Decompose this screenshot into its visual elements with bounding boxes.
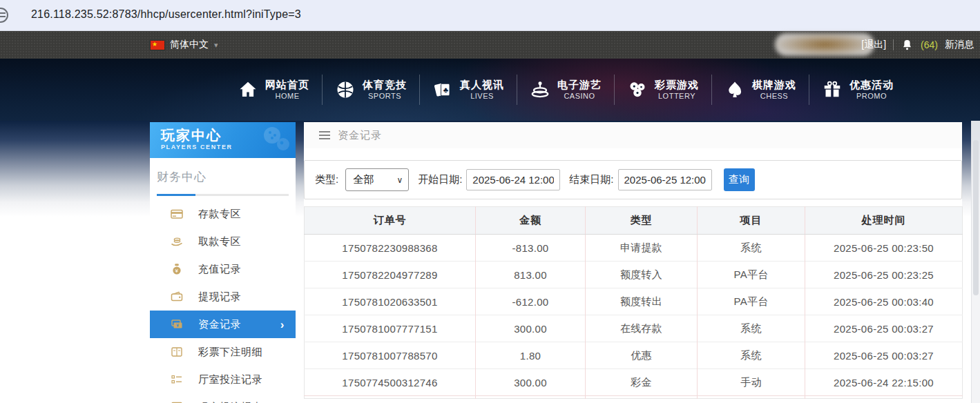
end-date-input[interactable] — [618, 169, 712, 190]
nav-item-sports[interactable]: 体育竞技SPORTS — [323, 59, 419, 121]
sidebar-item-recharge-records[interactable]: ¥ 充值记录 — [150, 255, 296, 283]
site-info-icon[interactable] — [0, 8, 8, 23]
notice-link[interactable]: 新消息 — [945, 39, 974, 51]
project-cell: 系统 — [698, 342, 805, 369]
account-topbar: ★ 简体中文 ▾ [退出] (64) 新消息 — [0, 31, 980, 59]
url-text[interactable]: 216.118.235.52:8783/hhcp/usercenter.html… — [31, 8, 301, 21]
china-flag-icon: ★ — [151, 41, 164, 50]
list-icon — [171, 373, 183, 386]
type-label: 类型: — [315, 173, 338, 186]
sidebar-item-label: 取款专区 — [198, 235, 241, 248]
nav-item-promo[interactable]: 优惠活动PROMO — [809, 59, 906, 121]
breadcrumb: 资金记录 — [304, 122, 962, 148]
nav-item-casino[interactable]: 电子游艺CASINO — [517, 59, 614, 121]
bell-icon[interactable] — [901, 39, 914, 52]
gift-icon — [822, 79, 843, 100]
type-cell: 在线存款 — [586, 315, 698, 342]
sidebar-item-lottery-bet-detail[interactable]: 彩票下注明细 — [150, 338, 296, 366]
sidebar-item-label: 玩家投注报表 — [198, 401, 262, 403]
start-date-input[interactable] — [466, 169, 560, 190]
order-no-cell: 1750782230988368 — [305, 235, 476, 262]
notice-count: (64) — [921, 39, 938, 50]
topbar-right-group: [退出] (64) 新消息 — [861, 31, 974, 59]
type-cell: 申请提款 — [586, 235, 698, 262]
svg-text:¥: ¥ — [176, 323, 179, 328]
playing-cards-icon: ♣ — [432, 79, 453, 100]
order-no-cell: 1750781020633501 — [305, 288, 476, 315]
time-cell: 2025-06-25 00:03:40 — [805, 288, 963, 315]
sidebar-item-withdraw[interactable]: 取款专区 — [150, 228, 296, 255]
spade-icon — [724, 79, 745, 100]
time-cell: 2025-06-24 22:15:00 — [805, 369, 963, 396]
sidebar-item-label: 资金记录 — [198, 318, 241, 331]
sidebar-item-label: 充值记录 — [198, 263, 241, 276]
nav-item-chess[interactable]: 棋牌游戏CHESS — [712, 59, 809, 121]
order-no-cell: 1750781007788570 — [305, 342, 476, 369]
roulette-icon — [530, 79, 550, 100]
sidebar-item-label: 存款专区 — [198, 208, 241, 221]
home-icon — [238, 79, 258, 100]
svg-text:♣: ♣ — [443, 86, 449, 94]
sidebar-item-player-bet-report[interactable]: 玩家投注报表 — [150, 393, 296, 403]
table-row: 1750782204977289 813.00 额度转入 PA平台 2025-0… — [305, 262, 963, 288]
amount-cell: 300.00 — [476, 369, 586, 396]
username-redacted — [775, 33, 874, 56]
header-type: 类型 — [586, 207, 698, 235]
sports-ball-icon — [335, 79, 356, 100]
table-row: 1750774500312746 300.00 彩金 手动 2025-06-24… — [305, 369, 963, 396]
section-underline — [157, 194, 289, 196]
wallet-icon — [171, 291, 183, 303]
header-order-no: 订单号 — [305, 207, 476, 235]
amount-cell: -612.00 — [476, 288, 586, 315]
main-content: 资金记录 类型: 全部 ∨ 开始日期: 结束日期: 查询 订单号 金额 类型 — [304, 122, 962, 403]
page-scrollbar[interactable] — [971, 121, 980, 403]
browser-address-bar[interactable]: 216.118.235.52:8783/hhcp/usercenter.html… — [0, 0, 980, 31]
sidebar-item-withdraw-records[interactable]: 提现记录 — [150, 283, 296, 311]
sidebar-item-deposit[interactable]: 存款专区 — [150, 200, 296, 228]
chevron-down-icon: ▾ — [214, 41, 218, 50]
amount-cell: -813.00 — [476, 235, 586, 262]
sidebar-item-hall-bet-records[interactable]: 厅室投注记录 — [150, 366, 296, 393]
nav-item-lottery[interactable]: 彩票游戏LOTTERY — [615, 59, 711, 121]
divider — [893, 39, 894, 50]
type-select[interactable]: 全部 ∨ — [345, 168, 409, 191]
section-title: 财务中心 — [157, 169, 289, 185]
table-row: 1750781007777151 300.00 在线存款 系统 2025-06-… — [305, 315, 963, 342]
amount-cell: 1.80 — [476, 342, 586, 369]
logout-link[interactable]: [退出] — [861, 39, 886, 51]
funds-cards-icon: ¥ — [171, 318, 183, 331]
language-selector[interactable]: ★ 简体中文 ▾ — [151, 31, 218, 59]
sidebar-item-label: 提现记录 — [198, 291, 241, 304]
page-title: 资金记录 — [338, 129, 382, 142]
type-cell: 优惠 — [586, 342, 698, 369]
main-navigation: 网站首页HOME 体育竞技SPORTS ♣ 真人视讯LIVES — [0, 59, 980, 121]
type-select-value: 全部 — [353, 173, 374, 186]
order-no-cell: 1750774500312746 — [305, 369, 476, 396]
sidebar-section: 财务中心 — [157, 169, 289, 196]
amount-cell: 300.00 — [476, 315, 586, 342]
project-cell: PA平台 — [698, 262, 805, 288]
menu-icon[interactable] — [319, 131, 330, 139]
deposit-card-icon — [171, 208, 183, 220]
table-row-partial — [305, 396, 963, 399]
sidebar-header: 玩家中心 PLAYERS CENTER — [150, 122, 296, 158]
project-cell: 系统 — [698, 235, 805, 262]
filter-bar: 类型: 全部 ∨ 开始日期: 结束日期: 查询 — [304, 160, 962, 199]
nav-items: 网站首页HOME 体育竞技SPORTS ♣ 真人视讯LIVES — [225, 59, 906, 121]
scrollbar-thumb[interactable] — [973, 140, 979, 295]
header-amount: 金额 — [476, 207, 586, 235]
time-cell: 2025-06-25 00:23:25 — [805, 262, 963, 288]
chevron-right-icon: › — [280, 319, 285, 331]
time-cell: 2025-06-25 00:03:27 — [805, 342, 963, 369]
sidebar-item-funds-records[interactable]: ¥ 资金记录 › — [150, 311, 296, 338]
nav-item-lives[interactable]: ♣ 真人视讯LIVES — [420, 59, 517, 121]
end-date-label: 结束日期: — [569, 173, 613, 186]
project-cell: 手动 — [698, 369, 805, 396]
select-caret-icon: ∨ — [396, 175, 403, 185]
table-header-row: 订单号 金额 类型 项目 处理时间 — [305, 207, 963, 235]
order-no-cell: 1750782204977289 — [305, 262, 476, 288]
type-cell: 额度转出 — [586, 288, 698, 315]
search-button[interactable]: 查询 — [724, 168, 755, 191]
time-cell: 2025-06-25 00:23:50 — [805, 235, 963, 262]
nav-item-home[interactable]: 网站首页HOME — [225, 59, 322, 121]
